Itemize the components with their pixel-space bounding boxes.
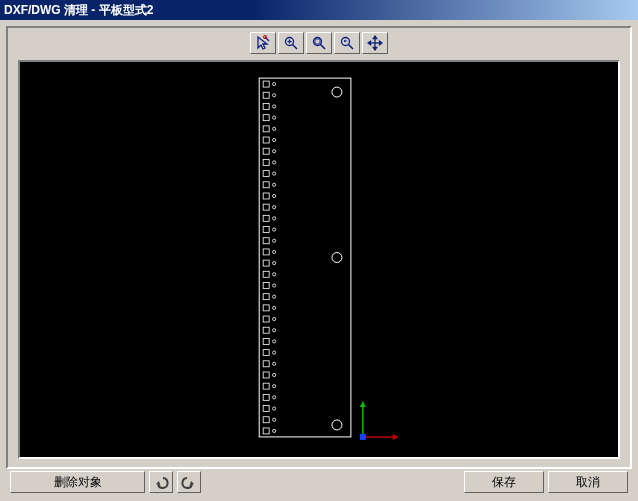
- save-button[interactable]: 保存: [464, 471, 544, 493]
- cancel-button[interactable]: 取消: [548, 471, 628, 493]
- svg-rect-21: [263, 81, 269, 87]
- svg-rect-33: [263, 148, 269, 154]
- svg-point-76: [273, 385, 276, 388]
- svg-rect-25: [263, 103, 269, 109]
- svg-point-48: [273, 228, 276, 231]
- delete-objects-button[interactable]: 删除对象: [10, 471, 145, 493]
- svg-point-80: [273, 407, 276, 410]
- svg-rect-17: [259, 78, 351, 437]
- svg-rect-67: [263, 338, 269, 344]
- svg-rect-31: [263, 137, 269, 143]
- undo-button[interactable]: [149, 471, 173, 493]
- redo-icon: [181, 475, 197, 489]
- svg-line-10: [349, 45, 354, 50]
- svg-point-46: [273, 217, 276, 220]
- zoom-in-tool[interactable]: [278, 32, 304, 54]
- svg-point-60: [273, 295, 276, 298]
- zoom-window-tool[interactable]: [306, 32, 332, 54]
- save-label: 保存: [492, 474, 516, 491]
- svg-point-66: [273, 329, 276, 332]
- cursor-icon: [255, 35, 271, 51]
- svg-rect-43: [263, 204, 269, 210]
- svg-rect-35: [263, 159, 269, 165]
- svg-line-3: [293, 45, 298, 50]
- svg-line-7: [321, 45, 326, 50]
- client-area: 删除对象 保存 取消: [0, 20, 638, 501]
- svg-point-72: [273, 362, 276, 365]
- app-window: DXF/DWG 清理 - 平板型式2: [0, 0, 638, 501]
- svg-rect-59: [263, 294, 269, 300]
- window-title: DXF/DWG 清理 - 平板型式2: [4, 2, 153, 19]
- pan-tool[interactable]: [362, 32, 388, 54]
- svg-rect-39: [263, 182, 269, 188]
- svg-marker-15: [368, 41, 371, 44]
- titlebar[interactable]: DXF/DWG 清理 - 平板型式2: [0, 0, 638, 20]
- svg-point-84: [273, 429, 276, 432]
- svg-rect-57: [263, 282, 269, 288]
- svg-point-70: [273, 351, 276, 354]
- svg-rect-79: [263, 406, 269, 412]
- svg-point-68: [273, 340, 276, 343]
- svg-point-82: [273, 418, 276, 421]
- svg-rect-75: [263, 383, 269, 389]
- svg-rect-29: [263, 126, 269, 132]
- svg-point-34: [273, 150, 276, 153]
- svg-rect-49: [263, 238, 269, 244]
- svg-point-38: [273, 172, 276, 175]
- svg-point-32: [273, 138, 276, 141]
- svg-rect-37: [263, 171, 269, 177]
- svg-rect-73: [263, 372, 269, 378]
- canvas-viewport[interactable]: [18, 60, 620, 459]
- select-tool[interactable]: [250, 32, 276, 54]
- svg-rect-45: [263, 215, 269, 221]
- svg-point-58: [273, 284, 276, 287]
- svg-rect-77: [263, 394, 269, 400]
- svg-point-19: [332, 253, 342, 263]
- main-panel: [6, 26, 632, 469]
- svg-point-40: [273, 183, 276, 186]
- svg-rect-8: [315, 39, 320, 44]
- svg-point-62: [273, 306, 276, 309]
- svg-rect-23: [263, 92, 269, 98]
- svg-point-42: [273, 194, 276, 197]
- zoom-prev-icon: [339, 35, 355, 51]
- redo-button[interactable]: [177, 471, 201, 493]
- svg-rect-61: [263, 305, 269, 311]
- svg-rect-55: [263, 271, 269, 277]
- svg-point-52: [273, 250, 276, 253]
- svg-marker-16: [380, 41, 383, 44]
- cad-drawing: [20, 62, 618, 457]
- svg-rect-63: [263, 316, 269, 322]
- svg-rect-53: [263, 260, 269, 266]
- svg-rect-65: [263, 327, 269, 333]
- svg-rect-81: [263, 417, 269, 423]
- svg-point-74: [273, 373, 276, 376]
- svg-point-36: [273, 161, 276, 164]
- zoom-window-icon: [311, 35, 327, 51]
- svg-point-54: [273, 262, 276, 265]
- delete-objects-label: 删除对象: [54, 474, 102, 491]
- svg-point-28: [273, 116, 276, 119]
- svg-rect-69: [263, 350, 269, 356]
- svg-marker-13: [373, 36, 376, 39]
- zoom-prev-tool[interactable]: [334, 32, 360, 54]
- undo-icon: [153, 475, 169, 489]
- svg-rect-41: [263, 193, 269, 199]
- svg-point-24: [273, 94, 276, 97]
- svg-point-20: [332, 420, 342, 430]
- svg-marker-86: [360, 401, 366, 407]
- svg-rect-47: [263, 227, 269, 233]
- zoom-in-icon: [283, 35, 299, 51]
- bottom-bar: 删除对象 保存 取消: [6, 469, 632, 495]
- toolbar: [8, 28, 630, 56]
- svg-point-56: [273, 273, 276, 276]
- svg-point-26: [273, 105, 276, 108]
- pan-icon: [367, 35, 383, 51]
- svg-point-18: [332, 87, 342, 97]
- svg-point-22: [273, 82, 276, 85]
- svg-marker-88: [393, 434, 399, 440]
- svg-point-78: [273, 396, 276, 399]
- svg-rect-27: [263, 115, 269, 121]
- svg-line-0: [265, 37, 269, 41]
- svg-point-50: [273, 239, 276, 242]
